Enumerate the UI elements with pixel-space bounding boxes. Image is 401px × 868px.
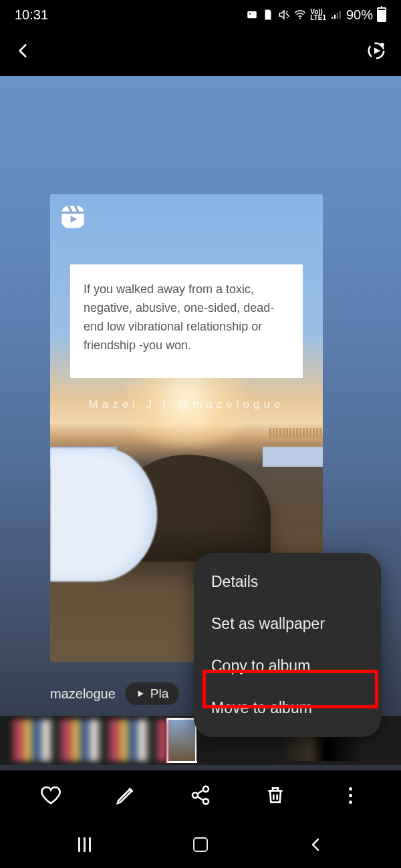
svg-point-11 (203, 787, 209, 792)
back-button[interactable] (15, 42, 32, 62)
reels-icon (59, 204, 86, 230)
delete-button[interactable] (264, 784, 287, 807)
nav-recents[interactable] (75, 835, 95, 855)
nav-home[interactable] (190, 835, 211, 855)
thumbnail[interactable] (13, 720, 167, 761)
svg-point-12 (203, 799, 209, 804)
lens-icon (366, 41, 386, 61)
card-icon (262, 9, 274, 21)
album-name[interactable]: mazelogue (50, 686, 116, 702)
menu-item-copy-album[interactable]: Copy to album (194, 645, 381, 687)
share-icon (190, 785, 211, 806)
favorite-button[interactable] (39, 784, 62, 807)
quote-credit: Mazel J | @mazelogue (50, 398, 323, 411)
svg-rect-4 (334, 15, 336, 19)
svg-rect-5 (337, 13, 338, 19)
status-bar: 10:31 Vo)) LTE1 90% (0, 0, 401, 29)
edit-button[interactable] (114, 784, 137, 807)
svg-point-8 (380, 43, 384, 47)
svg-point-10 (192, 793, 198, 798)
play-icon (136, 689, 145, 698)
status-time: 10:31 (15, 7, 48, 23)
app-bar (0, 33, 401, 71)
battery-icon (377, 7, 386, 22)
quote-card: If you walked away from a toxic, negativ… (70, 264, 303, 378)
play-motion-chip[interactable]: Pla (125, 682, 179, 705)
share-button[interactable] (189, 784, 212, 807)
lens-button[interactable] (366, 41, 386, 63)
menu-item-set-wallpaper[interactable]: Set as wallpaper (194, 603, 381, 645)
network-label: Vo)) LTE1 (310, 9, 326, 21)
more-button[interactable] (339, 784, 362, 807)
menu-item-move-album[interactable]: Move to album (194, 687, 381, 729)
svg-rect-6 (339, 11, 340, 19)
svg-point-2 (299, 17, 301, 19)
chevron-left-icon (15, 42, 32, 59)
menu-item-details[interactable]: Details (194, 561, 381, 603)
battery-percent: 90% (346, 7, 373, 23)
overflow-menu: Details Set as wallpaper Copy to album M… (194, 553, 381, 737)
action-bar (0, 773, 401, 817)
quote-text: If you walked away from a toxic, negativ… (84, 280, 289, 355)
mute-icon (278, 9, 290, 21)
navigation-bar (0, 821, 401, 868)
recents-icon (78, 837, 91, 852)
status-right: Vo)) LTE1 90% (246, 7, 386, 23)
svg-rect-0 (248, 11, 257, 19)
thumbnail-selected[interactable] (168, 720, 195, 761)
screen: 10:31 Vo)) LTE1 90% (0, 0, 401, 868)
more-icon (349, 787, 352, 804)
svg-rect-3 (331, 17, 333, 19)
home-icon (193, 837, 208, 852)
svg-point-1 (249, 13, 251, 14)
trash-icon (265, 785, 286, 806)
wifi-icon (294, 9, 306, 21)
heart-icon (40, 785, 61, 806)
chevron-left-icon (308, 837, 324, 853)
image-indicator-icon (246, 9, 258, 21)
pencil-icon (115, 785, 136, 806)
nav-back[interactable] (306, 835, 326, 855)
play-chip-label: Pla (150, 686, 168, 701)
signal-icon (330, 9, 342, 21)
